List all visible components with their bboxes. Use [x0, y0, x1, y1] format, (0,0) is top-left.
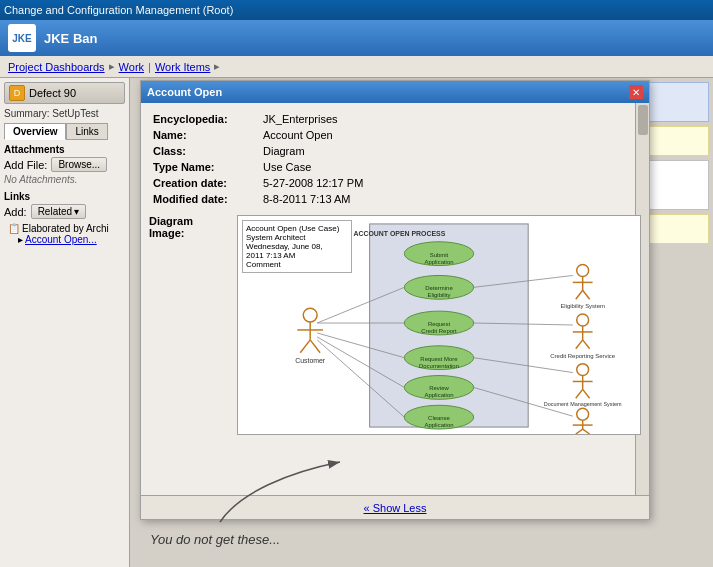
account-open-item: ▸ Account Open...: [4, 234, 125, 245]
breadcrumb-work-items[interactable]: Work Items: [155, 61, 210, 73]
name-value: Account Open: [259, 127, 641, 143]
nav-bar: Project Dashboards ▸ Work | Work Items ▸: [0, 56, 713, 78]
svg-point-20: [303, 308, 317, 322]
app-logo: JKE: [8, 24, 36, 52]
svg-text:Eligibility System: Eligibility System: [560, 303, 605, 309]
no-attachments-text: No Attachments.: [4, 174, 125, 185]
attachments-label: Attachments: [4, 144, 125, 155]
nav-project-dashboards[interactable]: Project Dashboards: [8, 61, 105, 73]
svg-text:Documentation: Documentation: [419, 363, 459, 369]
svg-point-45: [577, 364, 589, 376]
summary-row: Summary: SetUpTest: [4, 108, 125, 119]
svg-text:Review: Review: [429, 385, 449, 391]
main-area: D Defect 90 Summary: SetUpTest Overview …: [0, 78, 713, 567]
modified-label: Modified date:: [149, 191, 259, 207]
svg-line-49: [583, 389, 590, 398]
info-note-line2: System Architect: [246, 233, 348, 242]
info-table: Encyclopedia: JK_Enterprises Name: Accou…: [149, 111, 641, 207]
svg-text:Customer: Customer: [295, 357, 326, 364]
svg-point-38: [577, 314, 589, 326]
tab-links[interactable]: Links: [66, 123, 107, 140]
annotation-container: You do not get these...: [150, 512, 280, 547]
info-note-line3: Wednesday, June 08,: [246, 242, 348, 251]
encyclopedia-label: Encyclopedia:: [149, 111, 259, 127]
modal-title-bar: Account Open ✕: [141, 81, 649, 103]
svg-text:Application: Application: [424, 422, 453, 428]
name-row: Name: Account Open: [149, 127, 641, 143]
svg-line-55: [576, 429, 583, 434]
info-note-line1: Account Open (Use Case): [246, 224, 348, 233]
svg-line-34: [576, 290, 583, 299]
add-links-row: Add: Related ▾: [4, 204, 125, 219]
svg-text:Determine: Determine: [425, 285, 453, 291]
nav-work[interactable]: Work: [119, 61, 144, 73]
svg-line-24: [310, 340, 320, 353]
annotation-arrow: [210, 452, 430, 532]
type-label: Type Name:: [149, 159, 259, 175]
links-section: Links Add: Related ▾ 📋 Elaborated by Arc…: [4, 191, 125, 245]
svg-text:Submit: Submit: [430, 252, 449, 258]
add-label: Add:: [4, 206, 27, 218]
work-item-label: Defect 90: [29, 87, 76, 99]
modified-row: Modified date: 8-8-2011 7:13 AM: [149, 191, 641, 207]
modal-close-button[interactable]: ✕: [629, 85, 643, 99]
svg-text:Request: Request: [428, 321, 450, 327]
svg-point-52: [577, 408, 589, 420]
diagram-area: Account Open (Use Case) System Architect…: [237, 215, 641, 435]
svg-text:Credit Report: Credit Report: [421, 328, 457, 334]
app-window: Change and Configuration Management (Roo…: [0, 0, 713, 567]
related-button[interactable]: Related ▾: [31, 204, 86, 219]
svg-line-35: [583, 290, 590, 299]
svg-text:Document Management System: Document Management System: [544, 401, 622, 407]
class-label: Class:: [149, 143, 259, 159]
type-row: Type Name: Use Case: [149, 159, 641, 175]
svg-text:ACCOUNT OPEN PROCESS: ACCOUNT OPEN PROCESS: [353, 230, 445, 237]
title-bar-text: Change and Configuration Management (Roo…: [4, 4, 233, 16]
creation-value: 5-27-2008 12:17 PM: [259, 175, 641, 191]
svg-text:Cleanse: Cleanse: [428, 415, 450, 421]
svg-line-41: [576, 340, 583, 349]
creation-row: Creation date: 5-27-2008 12:17 PM: [149, 175, 641, 191]
encyclopedia-value: JK_Enterprises: [259, 111, 641, 127]
add-file-row: Add File: Browse...: [4, 157, 125, 172]
scrollbar-thumb: [638, 105, 648, 135]
sidebar: D Defect 90 Summary: SetUpTest Overview …: [0, 78, 130, 567]
tabs-row: Overview Links: [4, 123, 125, 140]
svg-line-23: [300, 340, 310, 353]
modal-title: Account Open: [147, 86, 222, 98]
svg-text:Credit Reporting Service: Credit Reporting Service: [550, 353, 615, 359]
browse-button[interactable]: Browse...: [51, 157, 107, 172]
creation-label: Creation date:: [149, 175, 259, 191]
type-value: Use Case: [259, 159, 641, 175]
links-label: Links: [4, 191, 125, 202]
svg-text:Eligibility: Eligibility: [427, 292, 450, 298]
add-file-label: Add File:: [4, 159, 47, 171]
tree-expand-icon: ▸: [18, 234, 23, 245]
account-open-link[interactable]: Account Open...: [25, 234, 97, 245]
tree-icon: 📋: [8, 223, 20, 234]
app-toolbar: JKE JKE Ban: [0, 20, 713, 56]
right-panel: Account Open ✕ Encyclopedia: JK_Enterpri…: [130, 78, 713, 567]
modified-value: 8-8-2011 7:13 AM: [259, 191, 641, 207]
info-note-line4: 2011 7:13 AM: [246, 251, 348, 260]
dropdown-icon: ▾: [74, 206, 79, 217]
svg-line-48: [576, 389, 583, 398]
tab-overview[interactable]: Overview: [4, 123, 66, 140]
svg-text:Request More: Request More: [420, 356, 458, 362]
svg-line-56: [583, 429, 590, 434]
svg-line-42: [583, 340, 590, 349]
work-item-icon: D: [9, 85, 25, 101]
class-value: Diagram: [259, 143, 641, 159]
encyclopedia-row: Encyclopedia: JK_Enterprises: [149, 111, 641, 127]
elaborated-by-item: 📋 Elaborated by Archi: [4, 223, 125, 234]
info-note-line5: Comment: [246, 260, 348, 269]
work-item-header: D Defect 90: [4, 82, 125, 104]
class-row: Class: Diagram: [149, 143, 641, 159]
svg-text:Application: Application: [424, 392, 453, 398]
svg-text:Application: Application: [424, 259, 453, 265]
app-title: JKE Ban: [44, 31, 97, 46]
modal-body: Encyclopedia: JK_Enterprises Name: Accou…: [141, 103, 649, 495]
info-note: Account Open (Use Case) System Architect…: [242, 220, 352, 273]
diagram-label: Diagram Image:: [149, 215, 229, 239]
title-bar: Change and Configuration Management (Roo…: [0, 0, 713, 20]
